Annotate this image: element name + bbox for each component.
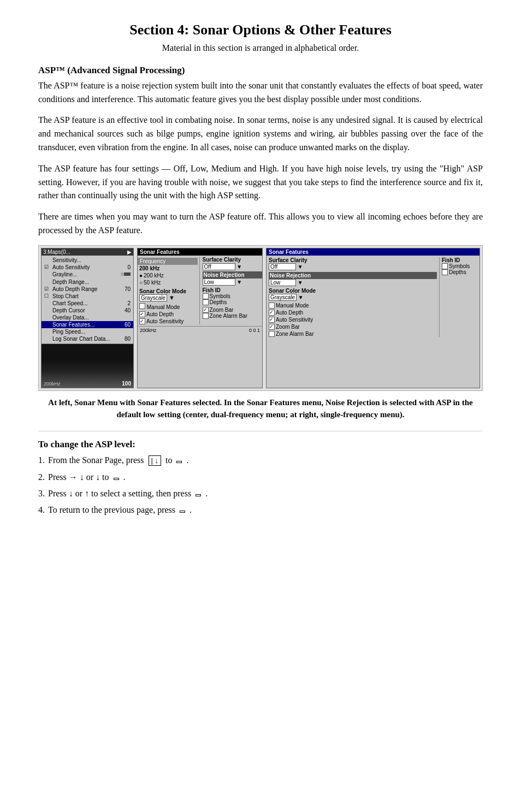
auto-depth-label: Auto Depth Range (52, 286, 97, 292)
p3-zoom-check (269, 324, 275, 330)
auto-depth-check: ☑ (44, 286, 51, 292)
p3-surface-label: Surface Clarity (269, 257, 437, 263)
p2-depths-row: Depths (203, 299, 263, 305)
menu-item-depth-range: Depth Range... (42, 278, 133, 286)
step-3-key (196, 494, 201, 496)
p3-depths-label: Depths (449, 269, 466, 275)
frequency-section-title: Frequency (138, 258, 198, 265)
subtitle: Material in this section is arranged in … (38, 42, 483, 55)
p2-surface-arrow: ▼ (236, 264, 242, 270)
sonar-color-mode-label: Sonar Color Mode (138, 288, 198, 294)
page-title: Section 4: Sonar Options & Other Feature… (38, 22, 483, 38)
sonar-freq-label: 200kHz (44, 381, 61, 387)
auto-sensitivity-label: Auto Sensitivity (52, 264, 90, 270)
screenshot-area: 3:Maps(0... ▶ Sensitivity... ☑ Auto Sens… (38, 245, 483, 391)
sonar-num-label: 100 (122, 381, 131, 387)
p2-zone-row: Zone Alarm Bar (203, 313, 263, 319)
panel1-menu-items: Sensitivity... ☑ Auto Sensitivity 0 Gray… (42, 256, 133, 343)
p3-noise-dropdown: Low ▼ (269, 279, 437, 286)
p3-zoom-label: Zoom Bar (276, 324, 300, 330)
p3-noise-arrow: ▼ (298, 280, 303, 286)
panel3-title: Sonar Features (267, 248, 479, 256)
p3-noise-value: Low (269, 279, 296, 286)
p2-zoom-label: Zoom Bar (210, 307, 234, 313)
step-2-num: 2. (38, 472, 45, 482)
menu-item-sensitivity: Sensitivity... (42, 257, 133, 264)
p3-autosens-label: Auto Sensitivity (276, 317, 313, 323)
panel3-body: Surface Clarity Off ▼ Noise Rejection Lo… (267, 256, 479, 339)
p2-noise-dropdown-row: Low ▼ (203, 278, 263, 286)
p2-depths-check (203, 299, 209, 305)
auto-sens-label: Auto Sensitivity (146, 318, 183, 324)
overlay-label: Overlay Data... (52, 315, 89, 321)
svg-rect-1 (121, 272, 124, 276)
step-2-text: Press → ↓ or ↓ to (48, 472, 109, 482)
p3-color-dropdown: Grayscale ▼ (269, 294, 437, 301)
stop-chart-check: ☐ (44, 293, 51, 299)
menu-item-grayline: Grayline... (42, 271, 133, 278)
panel1-bottom: 200kHz 100 (42, 343, 133, 388)
panel1-title: 3:Maps(0... (43, 249, 70, 255)
auto-sens-check2 (139, 318, 145, 324)
ping-speed-label: Ping Speed... (52, 329, 85, 335)
auto-sens-val: 0 (127, 264, 131, 270)
grayline-svg (121, 271, 131, 277)
chart-speed-label: Chart Speed... (52, 300, 87, 306)
log-sonar-val: 80 (125, 336, 131, 342)
radio-200-icon: ● (139, 272, 143, 278)
panel2-right-col: Surface Clarity Off ▼ Noise Rejection Lo… (201, 257, 263, 324)
step-2: 2. Press → ↓ or ↓ to . (38, 472, 483, 482)
menu-item-log-sonar: Log Sonar Chart Data... 80 (42, 335, 133, 342)
panel1-arrow: ▶ (127, 249, 132, 255)
sensitivity-label: Sensitivity... (52, 257, 81, 263)
panel2-sonar-features-dual: Sonar Features Frequency 200 kHz ● 200 k… (137, 248, 263, 388)
step-3-period: . (205, 489, 208, 499)
p3-left-col: Surface Clarity Off ▼ Noise Rejection Lo… (269, 257, 437, 337)
p3-autodepth-row: Auto Depth (269, 310, 437, 316)
step-4-period: . (190, 505, 192, 515)
grayline-label: Grayline... (52, 271, 78, 277)
panel3-sonar-features-single: Sonar Features Surface Clarity Off ▼ Noi… (266, 248, 480, 388)
depth-cursor-val: 40 (125, 307, 131, 313)
p2-bottom-freq: 200kHz (140, 328, 157, 333)
p2-zone-label: Zone Alarm Bar (210, 313, 247, 319)
dropdown-arrow: ▼ (169, 294, 175, 301)
p3-color-arrow: ▼ (298, 294, 304, 300)
step-3-num: 3. (38, 489, 45, 499)
p3-surface-value: Off (269, 263, 296, 270)
p2-bottom-num: 0 0 1 (249, 328, 260, 333)
p3-zone-row: Zone Alarm Bar (269, 331, 437, 337)
paragraph-1: The ASP™ feature is a noise rejection sy… (38, 79, 483, 106)
depth-cursor-label: Depth Cursor (52, 307, 85, 313)
sonar-image: 200kHz 100 (42, 344, 133, 388)
panel2-title: Sonar Features (138, 248, 262, 256)
sonar-features-label: Sonar Features... (52, 322, 94, 328)
screenshot-caption: At left, Sonar Menu with Sonar Features … (38, 396, 483, 421)
p3-manual-label: Manual Mode (276, 303, 309, 309)
auto-sens-row: Auto Sensitivity (138, 318, 198, 324)
step-1-to: to (165, 455, 172, 465)
p3-color-label: Sonar Color Mode (269, 288, 437, 294)
p2-surface-label: Surface Clarity (203, 257, 263, 263)
p3-noise-label: Noise Rejection (269, 272, 437, 279)
manual-mode-label: Manual Mode (147, 304, 180, 310)
p3-manual-check (269, 303, 275, 309)
log-sonar-label: Log Sonar Chart Data... (52, 336, 110, 342)
step-1-period: . (186, 455, 188, 465)
p2-symbols-label: Symbols (210, 293, 230, 299)
step-1-text: From the Sonar Page, press (48, 455, 144, 465)
step-1: 1. From the Sonar Page, press | ↓ to . (38, 455, 483, 466)
steps-heading: To change the ASP level: (38, 439, 483, 450)
sonar-color-section: Sonar Color Mode Grayscale ▼ (138, 288, 198, 301)
p3-manual-row: Manual Mode (269, 303, 437, 309)
p2-zone-check (203, 313, 209, 319)
p3-depths-row: Depths (442, 269, 477, 275)
p3-symbols-row: Symbols (442, 263, 477, 269)
panel1-title-bar: 3:Maps(0... ▶ (42, 248, 133, 256)
depth-range-label: Depth Range... (52, 279, 89, 285)
step-3: 3. Press ↓ or ↑ to select a setting, the… (38, 489, 483, 499)
manual-mode-row: Manual Mode (138, 303, 198, 310)
p2-depths-label: Depths (210, 299, 227, 305)
grayline-indicator (121, 271, 131, 278)
auto-depth-check (139, 311, 145, 317)
